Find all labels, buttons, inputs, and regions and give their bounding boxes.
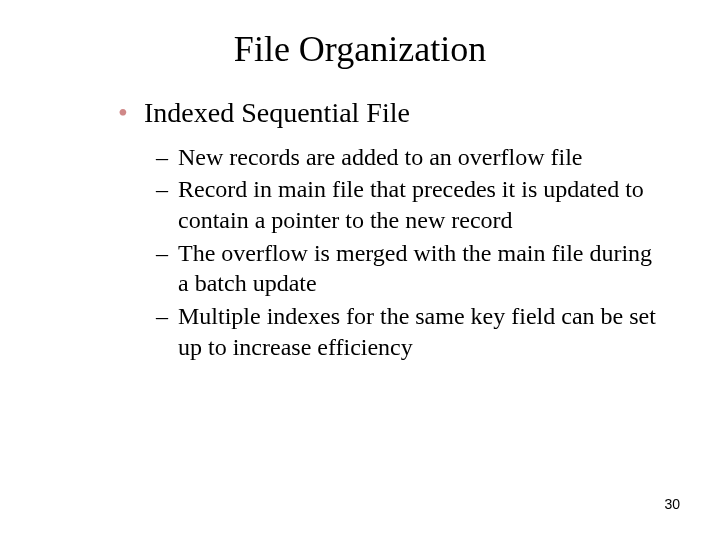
sub-bullet-text: New records are added to an overflow fil…	[178, 142, 582, 173]
bullet-text: Indexed Sequential File	[144, 96, 410, 130]
sub-bullet-text: Multiple indexes for the same key field …	[178, 301, 660, 362]
page-number: 30	[664, 496, 680, 512]
slide-title: File Organization	[0, 0, 720, 96]
sub-bullet-text: The overflow is merged with the main fil…	[178, 238, 660, 299]
sub-bullet-item: – New records are added to an overflow f…	[156, 142, 660, 173]
dash-marker: –	[156, 240, 178, 267]
dash-marker: –	[156, 303, 178, 330]
sub-bullet-item: – The overflow is merged with the main f…	[156, 238, 660, 299]
sub-list: – New records are added to an overflow f…	[118, 142, 660, 363]
sub-bullet-text: Record in main file that precedes it is …	[178, 174, 660, 235]
bullet-marker: •	[118, 99, 144, 127]
bullet-item: • Indexed Sequential File	[118, 96, 660, 130]
sub-bullet-item: – Multiple indexes for the same key fiel…	[156, 301, 660, 362]
dash-marker: –	[156, 144, 178, 171]
sub-bullet-item: – Record in main file that precedes it i…	[156, 174, 660, 235]
dash-marker: –	[156, 176, 178, 203]
slide-content: • Indexed Sequential File – New records …	[0, 96, 720, 363]
